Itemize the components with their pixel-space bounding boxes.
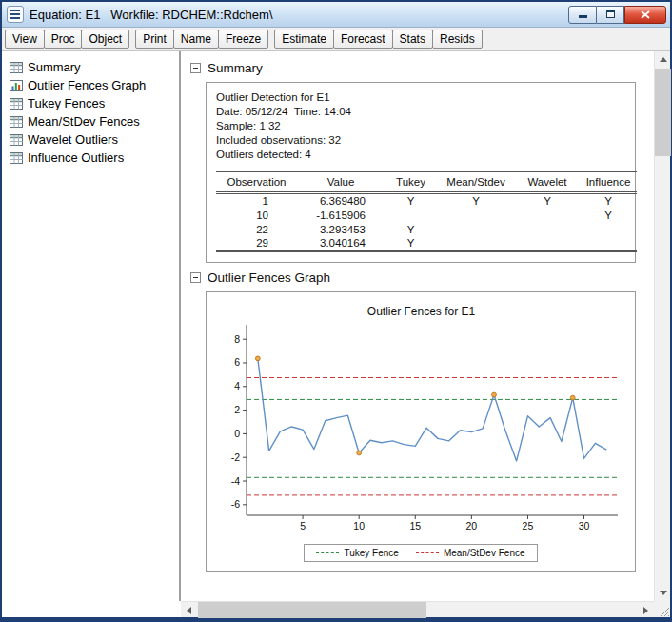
horizontal-scrollbar[interactable]: [181, 601, 654, 617]
table-cell: Y: [385, 222, 437, 236]
arrow-left-icon: [187, 607, 191, 614]
sidebar-item-summary[interactable]: Summary: [2, 58, 179, 76]
outlier-fences-plot: Outlier Fences for E186420-2-4-651015202…: [211, 298, 631, 536]
sidebar-item-label: Wavelet Outliers: [28, 132, 118, 147]
sidebar-item-influence-outliers[interactable]: Influence Outliers: [2, 149, 179, 167]
summary-section-title: Summary: [208, 61, 263, 75]
chart-title: Outlier Fences for E1: [366, 305, 475, 318]
title-bar[interactable]: Equation: E1 Workfile: RDCHEM::Rdchem\: [2, 2, 670, 28]
table-cell: [385, 208, 437, 222]
horizontal-scroll-thumb[interactable]: [198, 602, 426, 618]
sidebar-item-label: Outlier Fences Graph: [28, 78, 146, 92]
sidebar-item-outlier-fences-graph[interactable]: Outlier Fences Graph: [2, 76, 179, 94]
toolbar-button-view[interactable]: View: [5, 30, 45, 49]
arrow-up-icon: [660, 57, 667, 62]
summary-info-line: Outlier Detection for E1: [216, 90, 625, 105]
close-button[interactable]: [624, 6, 666, 24]
minimize-icon: [579, 15, 587, 18]
resize-grip-icon: [658, 605, 670, 617]
vertical-scroll-thumb[interactable]: [655, 69, 671, 156]
table-cell: Y: [385, 236, 437, 251]
table-cell: [437, 236, 515, 251]
toolbar-button-name[interactable]: Name: [173, 30, 219, 49]
x-tick-label: 15: [409, 520, 421, 532]
bottom-bar: [2, 601, 670, 617]
table-cell: [580, 222, 637, 236]
toolbar-button-freeze[interactable]: Freeze: [218, 30, 268, 49]
legend-line-sample: [316, 552, 339, 553]
collapse-summary-button[interactable]: [190, 63, 201, 73]
x-tick-label: 25: [522, 520, 533, 532]
scroll-up-button[interactable]: [655, 51, 671, 68]
table-cell: [580, 236, 637, 251]
maximize-button[interactable]: [597, 6, 624, 24]
y-tick-label: -6: [230, 498, 239, 510]
vertical-scrollbar[interactable]: [654, 51, 670, 601]
table-icon: [10, 62, 23, 73]
legend-line-sample: [416, 552, 439, 553]
series-line: [257, 358, 605, 461]
table-cell: [515, 236, 580, 251]
window-controls: [568, 6, 666, 24]
window-title: Equation: E1 Workfile: RDCHEM::Rdchem\: [30, 8, 563, 22]
minimize-button[interactable]: [568, 6, 597, 24]
toolbar-button-forecast[interactable]: Forecast: [333, 30, 393, 49]
y-tick-label: 6: [234, 356, 240, 368]
toolbar-button-estimate[interactable]: Estimate: [274, 30, 334, 49]
sidebar-item-tukey-fences[interactable]: Tukey Fences: [2, 94, 179, 112]
table-icon: [10, 116, 23, 128]
legend-item-tukey-fence: Tukey Fence: [316, 548, 398, 558]
summary-info: Outlier Detection for E1Date: 05/12/24 T…: [216, 90, 625, 162]
table-header-value: Value: [297, 172, 385, 193]
table-cell: 3.293453: [297, 222, 385, 236]
x-tick-label: 20: [465, 520, 477, 532]
eviews-window: Equation: E1 Workfile: RDCHEM::Rdchem\ V…: [0, 0, 672, 622]
outlier-fences-chart[interactable]: Outlier Fences for E186420-2-4-651015202…: [206, 291, 636, 572]
sidebar-item-wavelet-outliers[interactable]: Wavelet Outliers: [2, 130, 179, 149]
bottom-spacer: [2, 601, 181, 617]
close-icon: [641, 10, 650, 19]
scroll-left-button[interactable]: [181, 602, 197, 618]
toolbar: ViewProcObjectPrintNameFreezeEstimateFor…: [2, 28, 670, 51]
summary-output: Outlier Detection for E1Date: 05/12/24 T…: [206, 82, 636, 263]
chart-legend: Tukey FenceMean/StDev Fence: [304, 544, 537, 562]
toolbar-button-resids[interactable]: Resids: [432, 30, 483, 49]
outlier-marker: [491, 392, 496, 397]
graph-section-title: Outlier Fences Graph: [208, 271, 330, 285]
resize-grip[interactable]: [654, 601, 670, 617]
sidebar-item-mean-stdev-fences[interactable]: Mean/StDev Fences: [2, 112, 179, 130]
window-menu-icon[interactable]: [7, 6, 24, 23]
table-row: 10-1.615906Y: [216, 208, 637, 222]
table-cell: 10: [216, 208, 297, 222]
table-header-observation: Observation: [216, 172, 297, 193]
table-cell: [515, 222, 580, 236]
table-row: 223.293453Y: [216, 222, 637, 236]
outlier-marker: [570, 395, 575, 400]
y-tick-label: 2: [234, 404, 240, 415]
table-cell: [437, 208, 515, 222]
collapse-graph-button[interactable]: [190, 272, 201, 283]
table-header-row: ObservationValueTukeyMean/StdevWaveletIn…: [216, 172, 637, 193]
table-icon: [10, 98, 23, 110]
toolbar-button-print[interactable]: Print: [135, 30, 174, 49]
toolbar-button-object[interactable]: Object: [81, 30, 129, 49]
table-cell: [515, 208, 580, 222]
sidebar-item-label: Summary: [28, 60, 81, 74]
summary-section-header: Summary: [190, 61, 654, 75]
graph-icon: [10, 80, 23, 91]
scroll-down-button[interactable]: [655, 585, 671, 601]
table-cell: 1: [216, 193, 297, 209]
table-header-mean-stdev: Mean/Stdev: [437, 172, 515, 193]
menu-bars-icon: [10, 10, 20, 19]
y-tick-label: -4: [230, 475, 239, 487]
sidebar-item-label: Influence Outliers: [28, 150, 124, 165]
scroll-right-button[interactable]: [638, 602, 654, 618]
main-panel: Summary Outlier Detection for E1Date: 05…: [181, 51, 654, 601]
toolbar-button-proc[interactable]: Proc: [44, 30, 83, 49]
table-header-wavelet: Wavelet: [515, 172, 580, 193]
summary-table: ObservationValueTukeyMean/StdevWaveletIn…: [216, 171, 637, 252]
table-cell: Y: [437, 193, 515, 209]
table-cell: 3.040164: [297, 236, 385, 251]
toolbar-button-stats[interactable]: Stats: [392, 30, 433, 49]
arrow-right-icon: [643, 607, 648, 614]
